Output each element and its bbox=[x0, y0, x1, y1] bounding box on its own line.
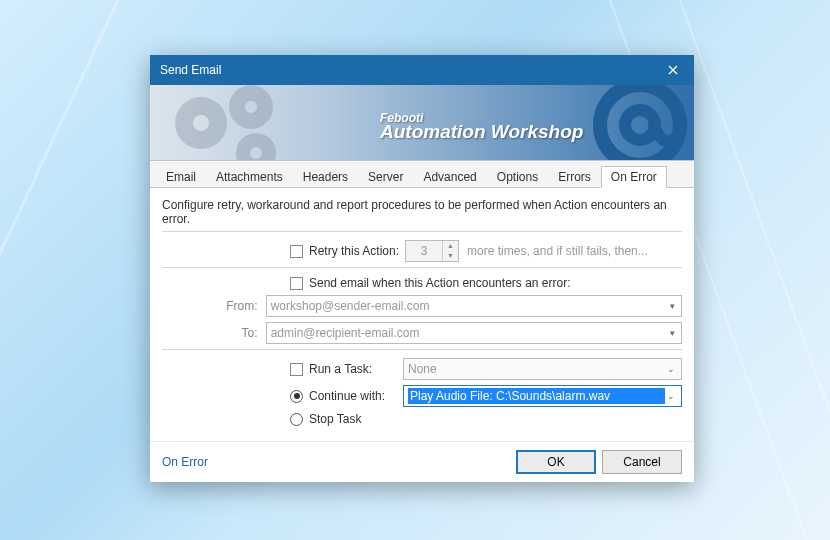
stop-radio[interactable] bbox=[290, 413, 303, 426]
run-task-row: Run a Task: None ⌄ bbox=[162, 358, 682, 380]
from-label: From: bbox=[162, 299, 266, 313]
continue-label: Continue with: bbox=[309, 389, 403, 403]
to-row: To: admin@recipient-email.com ▾ bbox=[162, 322, 682, 344]
at-sign-icon bbox=[582, 85, 692, 161]
from-field[interactable]: workshop@sender-email.com ▾ bbox=[266, 295, 682, 317]
tab-advanced[interactable]: Advanced bbox=[413, 166, 486, 188]
continue-radio[interactable] bbox=[290, 390, 303, 403]
run-task-label: Run a Task: bbox=[309, 362, 403, 376]
tab-bar: Email Attachments Headers Server Advance… bbox=[150, 161, 694, 188]
gears-decoration bbox=[156, 85, 336, 161]
from-row: From: workshop@sender-email.com ▾ bbox=[162, 295, 682, 317]
stop-row: Stop Task bbox=[162, 412, 682, 426]
svg-point-6 bbox=[600, 85, 680, 161]
run-task-dropdown[interactable]: None ⌄ bbox=[403, 358, 682, 380]
retry-spinner[interactable]: ▲ ▼ bbox=[405, 240, 459, 262]
to-value: admin@recipient-email.com bbox=[271, 326, 420, 340]
divider bbox=[162, 267, 682, 268]
run-task-checkbox[interactable] bbox=[290, 363, 303, 376]
retry-row: Retry this Action: ▲ ▼ more times, and i… bbox=[162, 240, 682, 262]
dialog-window: Send Email Febooti Automation Workshop E… bbox=[150, 55, 694, 482]
retry-count-input[interactable] bbox=[406, 241, 442, 261]
titlebar: Send Email bbox=[150, 55, 694, 85]
email-on-error-label: Send email when this Action encounters a… bbox=[309, 276, 570, 290]
spinner-up-icon[interactable]: ▲ bbox=[443, 241, 458, 251]
email-on-error-checkbox[interactable] bbox=[290, 277, 303, 290]
close-button[interactable] bbox=[652, 55, 694, 85]
tab-attachments[interactable]: Attachments bbox=[206, 166, 293, 188]
chevron-down-icon[interactable]: ⌄ bbox=[665, 391, 677, 401]
continue-dropdown[interactable]: Play Audio File: C:\Sounds\alarm.wav ⌄ bbox=[403, 385, 682, 407]
footer: On Error OK Cancel bbox=[150, 441, 694, 482]
email-on-error-row: Send email when this Action encounters a… bbox=[162, 276, 682, 290]
chevron-down-icon[interactable]: ▾ bbox=[668, 301, 677, 311]
divider bbox=[162, 349, 682, 350]
ok-button[interactable]: OK bbox=[516, 450, 596, 474]
svg-point-1 bbox=[193, 115, 209, 131]
from-value: workshop@sender-email.com bbox=[271, 299, 430, 313]
chevron-down-icon[interactable]: ▾ bbox=[668, 328, 677, 338]
tab-errors[interactable]: Errors bbox=[548, 166, 601, 188]
to-label: To: bbox=[162, 326, 266, 340]
retry-hint: more times, and if still fails, then... bbox=[467, 244, 648, 258]
retry-checkbox[interactable] bbox=[290, 245, 303, 258]
tab-email[interactable]: Email bbox=[156, 166, 206, 188]
svg-point-3 bbox=[245, 101, 257, 113]
to-field[interactable]: admin@recipient-email.com ▾ bbox=[266, 322, 682, 344]
stop-label: Stop Task bbox=[309, 412, 361, 426]
cancel-button[interactable]: Cancel bbox=[602, 450, 682, 474]
tab-options[interactable]: Options bbox=[487, 166, 548, 188]
content-area: Configure retry, workaround and report p… bbox=[150, 188, 694, 441]
run-task-value: None bbox=[408, 362, 437, 376]
banner-text: Febooti Automation Workshop bbox=[380, 111, 583, 143]
retry-label: Retry this Action: bbox=[309, 244, 399, 258]
window-title: Send Email bbox=[160, 63, 221, 77]
divider bbox=[162, 231, 682, 232]
svg-point-5 bbox=[250, 147, 262, 159]
brand-main: Automation Workshop bbox=[380, 121, 583, 143]
chevron-down-icon[interactable]: ⌄ bbox=[665, 364, 677, 374]
tab-on-error[interactable]: On Error bbox=[601, 166, 667, 188]
continue-row: Continue with: Play Audio File: C:\Sound… bbox=[162, 385, 682, 407]
spinner-down-icon[interactable]: ▼ bbox=[443, 251, 458, 261]
description-text: Configure retry, workaround and report p… bbox=[162, 198, 682, 226]
tab-server[interactable]: Server bbox=[358, 166, 413, 188]
help-link[interactable]: On Error bbox=[162, 455, 208, 469]
banner: Febooti Automation Workshop bbox=[150, 85, 694, 161]
continue-value: Play Audio File: C:\Sounds\alarm.wav bbox=[408, 388, 665, 404]
tab-headers[interactable]: Headers bbox=[293, 166, 358, 188]
